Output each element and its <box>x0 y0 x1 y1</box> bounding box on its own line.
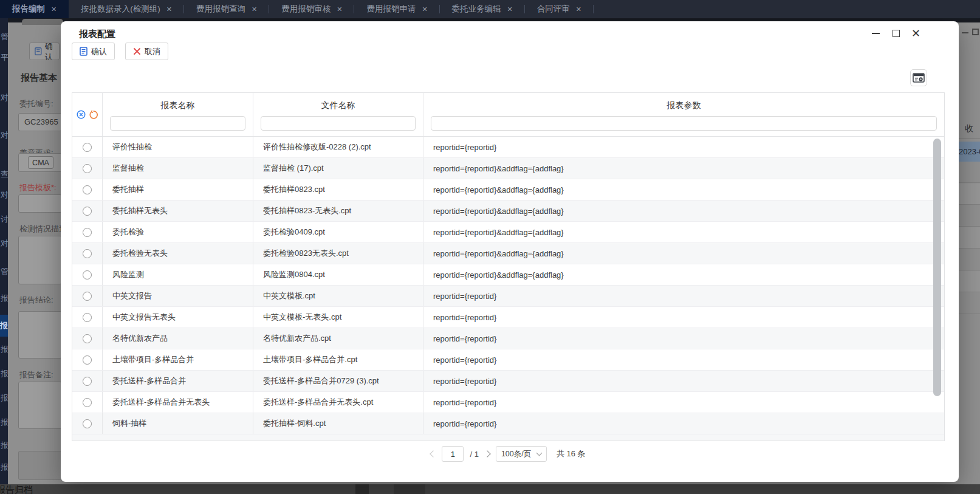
tab-close-icon[interactable]: ✕ <box>337 5 342 13</box>
report-name-cell: 委托送样-多样品合并 <box>103 371 253 391</box>
report-params-cell: reportid={reportid}&addflag={addflag} <box>423 264 944 285</box>
params-filter-input[interactable] <box>431 116 937 131</box>
file-name-cell: 委托送样-多样品合并无表头.cpt <box>253 392 423 413</box>
tab[interactable]: 费用报销审核 ✕ <box>269 0 354 18</box>
tab[interactable]: 按批数据录入(检测组) ✕ <box>69 0 184 18</box>
table-row[interactable]: 委托抽样无表头 委托抽样0823-无表头.cpt reportid={repor… <box>72 201 944 222</box>
column-settings-button[interactable] <box>910 69 927 86</box>
selected-date-cell: 2023-0 <box>959 142 980 162</box>
confirm-button[interactable]: 确认 <box>72 43 115 60</box>
file-name-cell: 土壤带项目-多样品合并.cpt <box>253 349 423 370</box>
table-row[interactable]: 委托抽样 委托抽样0823.cpt reportid={reportid}&ad… <box>72 179 944 201</box>
report-params-cell: reportid={reportid} <box>423 413 944 434</box>
row-radio[interactable] <box>83 398 92 407</box>
table-row[interactable]: 监督抽检 监督抽检 (17).cpt reportid={reportid}&a… <box>72 158 944 179</box>
row-radio[interactable] <box>83 164 92 173</box>
sidebar-item: 管 <box>1 266 8 277</box>
background-mark <box>394 484 425 494</box>
file-name-cell: 监督抽检 (17).cpt <box>253 158 423 179</box>
column-header-params: 报表参数 <box>423 93 944 136</box>
pagination-bar: / 1 100条/页 共 16 条 <box>72 442 945 466</box>
report-name-cell: 饲料-抽样 <box>103 413 253 434</box>
row-radio[interactable] <box>83 334 92 343</box>
refresh-icon[interactable] <box>89 110 98 120</box>
tab-close-icon[interactable]: ✕ <box>166 5 172 13</box>
name-filter-input[interactable] <box>110 116 245 131</box>
table-body: 评价性抽检 评价性抽检修改版-0228 (2).cpt reportid={re… <box>72 137 944 434</box>
row-radio[interactable] <box>83 355 92 365</box>
tab-close-icon[interactable]: ✕ <box>422 5 427 13</box>
background-minimize-icon <box>962 32 968 33</box>
tab-close-icon[interactable]: ✕ <box>576 5 581 13</box>
table-row[interactable]: 风险监测 风险监测0804.cpt reportid={reportid}&ad… <box>72 264 944 286</box>
maximize-icon[interactable] <box>891 29 901 39</box>
background-right-table: 收 2023-0 <box>959 22 980 484</box>
table-header: 报表名称 文件名称 报表参数 <box>72 93 944 137</box>
column-header-name: 报表名称 <box>103 93 253 136</box>
tab[interactable]: 委托业务编辑 ✕ <box>440 0 525 18</box>
clear-filter-icon[interactable] <box>77 110 86 119</box>
tab-close-icon[interactable]: ✕ <box>51 5 57 13</box>
test-desc-textarea <box>18 236 62 284</box>
background-bottom-bar: 报告归档 <box>0 484 980 494</box>
report-params-cell: reportid={reportid}&addflag={addflag} <box>423 179 944 200</box>
file-name-cell: 委托抽样0823.cpt <box>253 179 423 200</box>
table-scrollbar-thumb[interactable] <box>933 139 941 396</box>
tab-close-icon[interactable]: ✕ <box>252 5 257 13</box>
row-radio[interactable] <box>83 377 92 386</box>
page-size-select[interactable]: 100条/页 <box>496 446 547 462</box>
column-header-file: 文件名称 <box>253 93 423 136</box>
tab[interactable]: 合同评审 ✕ <box>525 0 594 18</box>
report-name-cell: 风险监测 <box>103 264 253 285</box>
table-row[interactable]: 委托检验无表头 委托检验0823无表头.cpt reportid={report… <box>72 243 944 264</box>
row-radio[interactable] <box>83 270 92 280</box>
report-params-cell: reportid={reportid} <box>423 137 944 157</box>
row-radio[interactable] <box>83 313 92 322</box>
row-radio[interactable] <box>83 292 92 301</box>
next-page-icon[interactable] <box>484 450 490 457</box>
table-row[interactable]: 委托送样-多样品合并无表头 委托送样-多样品合并无表头.cpt reportid… <box>72 392 944 413</box>
row-radio[interactable] <box>83 143 92 152</box>
chevron-down-icon <box>536 450 542 456</box>
row-radio[interactable] <box>83 207 92 216</box>
tab[interactable]: 报告编制 ✕ <box>0 0 69 18</box>
close-icon[interactable]: ✕ <box>911 29 921 39</box>
document-icon <box>80 47 87 56</box>
prev-page-icon[interactable] <box>430 450 437 457</box>
table-row <box>959 205 980 227</box>
page-count-label: / 1 <box>470 450 478 459</box>
table-row[interactable]: 委托检验 委托检验0409.cpt reportid={reportid}&ad… <box>72 222 944 243</box>
sidebar-item: 对 <box>1 130 8 141</box>
report-params-cell: reportid={reportid} <box>423 328 944 349</box>
file-filter-input[interactable] <box>261 116 416 131</box>
report-config-dialog: 报表配置 ✕ 确认 取消 报表名称 <box>61 21 959 482</box>
row-radio[interactable] <box>83 185 92 194</box>
file-name-cell: 名特优新农产品.cpt <box>253 328 423 349</box>
table-row[interactable]: 中英文报告 中英文模板.cpt reportid={reportid} <box>72 286 944 307</box>
table-row[interactable]: 评价性抽检 评价性抽检修改版-0228 (2).cpt reportid={re… <box>72 137 944 158</box>
tab-label: 报告编制 <box>12 4 45 15</box>
table-row[interactable]: 饲料-抽样 委托抽样-饲料.cpt reportid={reportid} <box>72 413 944 434</box>
table-row <box>959 184 980 205</box>
test-desc-label: 检测情况描述 <box>19 224 62 235</box>
report-params-cell: reportid={reportid}&addflag={addflag} <box>423 158 944 179</box>
tab[interactable]: 费用报销申请 ✕ <box>354 0 439 18</box>
table-row <box>959 162 980 183</box>
row-radio[interactable] <box>83 419 92 428</box>
table-row[interactable]: 委托送样-多样品合并 委托送样-多样品合并0729 (3).cpt report… <box>72 371 944 392</box>
row-radio[interactable] <box>83 228 92 237</box>
table-row[interactable]: 土壤带项目-多样品合并 土壤带项目-多样品合并.cpt reportid={re… <box>72 349 944 371</box>
tab-label: 费用报销查询 <box>196 4 245 15</box>
tab-close-icon[interactable]: ✕ <box>507 5 513 13</box>
minimize-icon[interactable] <box>871 29 881 39</box>
table-row[interactable]: 中英文报告无表头 中英文模板-无表头.cpt reportid={reporti… <box>72 307 944 328</box>
cancel-button[interactable]: 取消 <box>125 43 168 60</box>
page-number-input[interactable] <box>442 446 464 462</box>
table-row[interactable]: 名特优新农产品 名特优新农产品.cpt reportid={reportid} <box>72 328 944 349</box>
report-name-cell: 土壤带项目-多样品合并 <box>103 349 253 370</box>
row-radio[interactable] <box>83 249 92 258</box>
tab[interactable]: 费用报销查询 ✕ <box>184 0 269 18</box>
report-name-cell: 委托送样-多样品合并无表头 <box>103 392 253 413</box>
table-row <box>959 227 980 249</box>
background-section-title: 报告基本 <box>21 72 62 84</box>
